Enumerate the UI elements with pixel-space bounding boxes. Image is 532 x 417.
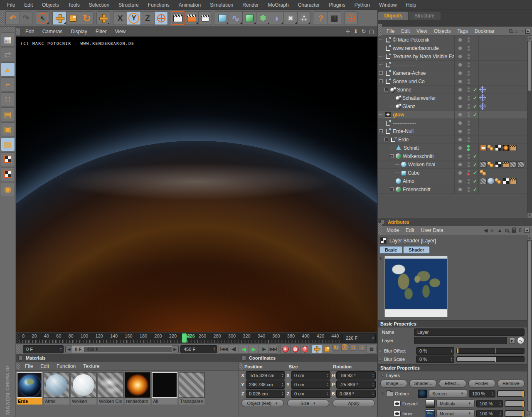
target-tag-icon[interactable] — [480, 95, 485, 101]
material-item-renderbaro[interactable]: renderbaro — [125, 372, 150, 405]
visibility-dots[interactable] — [465, 96, 472, 101]
add-environment-button[interactable]: × — [283, 11, 297, 25]
layer-name[interactable]: Inner — [402, 411, 424, 416]
visibility-dots[interactable] — [465, 162, 472, 167]
play-forward-button[interactable]: ▶ — [249, 345, 259, 354]
layer-name[interactable]: Fresnel — [402, 401, 424, 406]
points-mode-button[interactable]: ∷ — [1, 92, 15, 106]
blur-scale-slider[interactable] — [456, 356, 525, 362]
material-item-atmo[interactable]: Atmo — [44, 372, 69, 405]
toolbar-drag-handle[interactable] — [0, 11, 4, 26]
tree-row-glow[interactable]: glow✓ — [378, 111, 527, 119]
expand-toggle[interactable]: + — [379, 71, 383, 75]
layer-color-dot[interactable] — [454, 61, 465, 69]
viewport-menu-drag-handle[interactable] — [16, 28, 20, 35]
blur-scale-keydot[interactable] — [379, 358, 381, 360]
phong-tag-icon[interactable] — [488, 145, 494, 151]
pos-z-field[interactable]: 0.026 cm▲▼ — [246, 390, 285, 398]
visibility-dots[interactable] — [465, 54, 472, 59]
undo-button[interactable]: ↶ — [5, 11, 19, 25]
material-item-erde[interactable]: Erde — [17, 372, 42, 405]
layer-opacity-slider[interactable] — [505, 410, 525, 417]
layer-opacity-slider[interactable] — [497, 390, 525, 397]
layer-opacity-field[interactable]: 100 %▲▼ — [476, 400, 503, 407]
layer-opacity-field[interactable]: 100 %▲▼ — [476, 410, 503, 417]
render-tag-icon[interactable] — [510, 145, 517, 151]
online-updater-button[interactable] — [344, 11, 358, 25]
material-item-wolken-clo[interactable]: Wolken Clo — [98, 372, 123, 405]
texture-mode-button[interactable] — [1, 152, 15, 166]
add-spline-button[interactable]: ∿ — [229, 11, 242, 25]
editor-visibility-dot[interactable] — [468, 79, 470, 81]
blend-mode-dropdown[interactable]: Multiply▼ — [436, 400, 475, 407]
size-z-field[interactable]: 0 cm▲▼ — [291, 390, 330, 398]
expand-toggle[interactable]: - — [390, 188, 394, 191]
edge-mode-button[interactable]: ▤ — [1, 107, 15, 121]
folder-icon[interactable] — [386, 391, 393, 396]
transport-drag-handle[interactable] — [16, 345, 20, 353]
menu-item-selection[interactable]: Selection — [84, 2, 114, 8]
menu-item-edit[interactable]: Edit — [398, 28, 413, 34]
tree-row-wolken-final[interactable]: Wolken final✓ — [378, 160, 527, 169]
render-visibility-dot[interactable] — [468, 115, 470, 117]
scroll-up-icon[interactable]: ▲ — [527, 36, 532, 41]
enable-check-icon[interactable]: ✓ — [472, 153, 478, 159]
visibility-dots[interactable] — [465, 46, 472, 51]
expand-toggle[interactable]: - — [384, 138, 388, 141]
stripes-tag-icon[interactable] — [480, 161, 487, 168]
visibility-dots[interactable] — [465, 137, 472, 142]
size-y-field[interactable]: 0 cm▲▼ — [291, 380, 330, 389]
shader-layer-row-ordner[interactable]: ▼OrdnerScreen▼100 %▲▼ — [378, 389, 527, 399]
play-backward-button[interactable]: ◀ — [239, 345, 249, 354]
tab-structure[interactable]: Structure — [409, 12, 441, 20]
scroll-down-icon[interactable]: ▼ — [527, 213, 532, 218]
layer-color-dot[interactable] — [454, 119, 465, 127]
content-browser-button[interactable]: ▦ — [328, 11, 341, 25]
layer-expand-icon[interactable]: ▼ — [380, 392, 384, 395]
range-right-arrow[interactable]: ▶ — [172, 345, 178, 353]
layer-color-dot[interactable] — [454, 102, 465, 110]
menu-item-user-data[interactable]: User Data — [418, 227, 447, 233]
record-keyframe-button[interactable]: ● — [280, 345, 290, 354]
target-tag-icon[interactable] — [480, 87, 485, 92]
render-visibility-dot[interactable] — [468, 82, 470, 84]
layer-color-dot[interactable] — [454, 69, 465, 77]
tree-row-www-renderbaron-de[interactable]: www.renderbaron.de — [378, 44, 527, 52]
visibility-dots[interactable] — [465, 187, 472, 192]
name-field[interactable]: Layer — [414, 328, 525, 336]
range-end-field[interactable]: 450 F ▲▼ — [180, 345, 217, 353]
menu-item-character[interactable]: Character — [293, 2, 325, 8]
editor-visibility-dot[interactable] — [468, 54, 470, 56]
model-mode-button[interactable]: ▲ — [1, 62, 15, 76]
y-axis-lock-button[interactable]: Y — [127, 11, 140, 25]
next-frame-button[interactable]: |▶ — [259, 345, 268, 354]
rot-p-field[interactable]: -25.889 °▲▼ — [336, 380, 376, 389]
viewport-rotate-icon[interactable]: ↻ — [360, 28, 367, 35]
menu-item-simulation[interactable]: Simulation — [205, 2, 238, 8]
timeline-playhead[interactable] — [182, 333, 187, 343]
render-visibility-dot[interactable] — [468, 99, 470, 101]
menu-item-mode[interactable]: Mode — [383, 227, 402, 233]
texture-axis-mode-button[interactable] — [1, 167, 15, 181]
polygon-mode-button[interactable]: ▣ — [1, 122, 15, 136]
menu-item-edit[interactable]: Edit — [20, 2, 37, 8]
add-particles-button[interactable]: ∴ — [297, 11, 311, 25]
add-deformer-button[interactable]: ◗ — [270, 11, 283, 25]
menu-item-tools[interactable]: Tools — [64, 2, 84, 8]
layer-color-dot[interactable] — [454, 177, 465, 185]
key-parameter-button[interactable]: Ⓟ — [341, 345, 347, 350]
expand-toggle[interactable]: - — [379, 129, 383, 133]
add-panel-icon[interactable]: + — [525, 29, 530, 34]
expand-toggle[interactable]: - — [390, 154, 394, 158]
objects-scroll-thumb[interactable] — [528, 41, 531, 91]
size-x-field[interactable]: 0 cm▲▼ — [291, 371, 330, 380]
timeline-ticks[interactable]: 0204060801001201401601802002202402602803… — [20, 333, 342, 343]
menu-item-display[interactable]: Display — [66, 29, 91, 35]
render-visibility-dot[interactable] — [467, 173, 470, 175]
tree-row-kamera-achse[interactable]: +Kamera-Achse — [378, 69, 527, 77]
editor-visibility-dot[interactable] — [468, 154, 470, 156]
visibility-dots[interactable] — [465, 37, 472, 42]
menu-item-view[interactable]: View — [413, 28, 431, 34]
render-visibility-dot[interactable] — [468, 107, 470, 109]
render-visibility-dot[interactable] — [468, 40, 470, 42]
